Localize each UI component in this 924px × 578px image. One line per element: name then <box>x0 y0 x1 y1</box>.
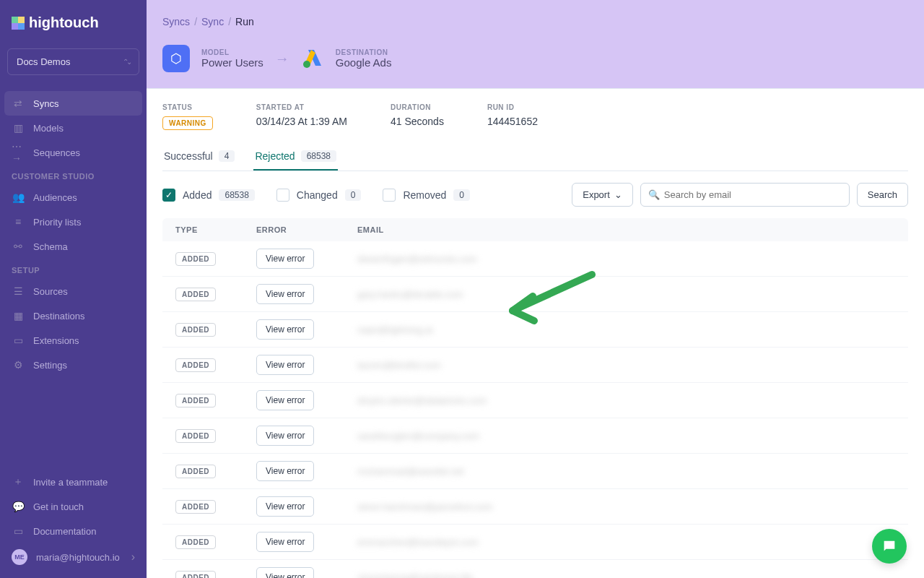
extensions-icon: ▭ <box>12 334 25 347</box>
search-icon: 🔍 <box>648 189 660 200</box>
filter-removed[interactable]: Removed 0 <box>383 189 470 202</box>
search-wrap: 🔍 <box>640 183 850 207</box>
view-error-button[interactable]: View error <box>256 249 314 269</box>
get-in-touch[interactable]: 💬 Get in touch <box>0 494 147 519</box>
user-plus-icon: ＋ <box>12 475 25 488</box>
table-row[interactable]: ADDEDView errornaan@lightning.ai <box>162 312 908 348</box>
main: Syncs / Sync / Run ⬡ MODEL Power Users →… <box>147 0 924 578</box>
view-error-button[interactable]: View error <box>256 461 314 481</box>
model-icon: ⬡ <box>162 45 190 72</box>
workspace-selector[interactable]: Docs Demos ⌃⌄ <box>7 48 139 75</box>
priority-lists-icon: ≡ <box>12 215 25 228</box>
nav-primary: ⇄ Syncs ▥ Models ⋯→ Sequences <box>0 85 147 165</box>
footer-label: Documentation <box>33 526 96 537</box>
type-chip: ADDED <box>175 465 216 478</box>
view-error-button[interactable]: View error <box>256 355 314 375</box>
table-row[interactable]: ADDEDView errorgary.hanks@iterable.com <box>162 277 908 312</box>
checkbox-icon <box>383 189 396 202</box>
view-error-button[interactable]: View error <box>256 319 314 340</box>
breadcrumb-syncs[interactable]: Syncs <box>162 16 190 27</box>
filter-label: Added <box>183 189 212 201</box>
sidebar-item-destinations[interactable]: ▦ Destinations <box>0 303 147 328</box>
nav-label: Audiences <box>33 192 77 203</box>
nav-header-setup: SETUP <box>0 259 147 279</box>
table-row[interactable]: ADDEDView errormuhammad@wavelet.net <box>162 454 908 489</box>
filter-count: 68538 <box>219 189 254 201</box>
sidebar: hightouch Docs Demos ⌃⌄ ⇄ Syncs ▥ Models… <box>0 0 147 578</box>
table-row[interactable]: ADDEDView errorvincentwong@rainforest.li… <box>162 560 908 578</box>
view-error-button[interactable]: View error <box>256 532 314 552</box>
chat-fab[interactable] <box>872 529 907 564</box>
sidebar-item-sources[interactable]: ☰ Sources <box>0 279 147 303</box>
sidebar-item-models[interactable]: ▥ Models <box>0 116 147 140</box>
type-chip: ADDED <box>175 252 216 266</box>
table-row[interactable]: ADDEDView errordmytro.dierke@databricks.… <box>162 383 908 418</box>
tab-label: Rejected <box>255 150 295 162</box>
user-menu[interactable]: ME maria@hightouch.io › <box>0 543 147 571</box>
nav-label: Schema <box>33 241 68 252</box>
view-error-button[interactable]: View error <box>256 567 314 578</box>
search-input[interactable] <box>660 184 842 206</box>
sidebar-item-audiences[interactable]: 👥 Audiences <box>0 185 147 210</box>
status-badge: WARNING <box>162 116 213 130</box>
tab-rejected[interactable]: Rejected 68538 <box>253 143 338 171</box>
header-email: EMAIL <box>357 225 895 234</box>
sidebar-item-priority-lists[interactable]: ≡ Priority lists <box>0 210 147 234</box>
email-cell: sarahburglen@company.com <box>357 431 479 441</box>
view-error-button[interactable]: View error <box>256 390 314 410</box>
filter-label: Removed <box>403 189 446 201</box>
chat-icon: 💬 <box>12 500 25 513</box>
chevron-right-icon: › <box>131 551 135 564</box>
content: STATUS WARNING STARTED AT 03/14/23 At 1:… <box>147 88 924 578</box>
view-error-button[interactable]: View error <box>256 496 314 517</box>
svg-point-2 <box>303 61 310 68</box>
started-label: STARTED AT <box>256 103 347 111</box>
type-chip: ADDED <box>175 429 216 443</box>
destination-label: DESTINATION <box>336 48 392 56</box>
destination-value: Google Ads <box>336 56 392 69</box>
filter-actions: Export ⌄ 🔍 Search <box>572 183 908 207</box>
sidebar-item-syncs[interactable]: ⇄ Syncs <box>4 91 142 116</box>
invite-teammate[interactable]: ＋ Invite a teammate <box>0 470 147 494</box>
tab-count: 68538 <box>301 150 336 162</box>
sidebar-item-sequences[interactable]: ⋯→ Sequences <box>0 140 147 165</box>
sidebar-item-settings[interactable]: ⚙ Settings <box>0 353 147 377</box>
tabs: Successful 4 Rejected 68538 <box>162 143 908 171</box>
email-cell: muhammad@wavelet.net <box>357 466 464 477</box>
tab-count: 4 <box>219 150 235 162</box>
sync-summary: ⬡ MODEL Power Users → DESTINATION Google… <box>162 45 908 88</box>
email-cell: steve.harshman@parsefoni.com <box>357 501 492 512</box>
breadcrumb-sync[interactable]: Sync <box>201 16 224 27</box>
filter-changed[interactable]: Changed 0 <box>276 189 362 202</box>
duration-value: 41 Seconds <box>391 116 444 127</box>
table-row[interactable]: ADDEDView erroremmarohen@loandepot.com <box>162 525 908 560</box>
type-chip: ADDED <box>175 535 216 549</box>
filter-added[interactable]: ✓ Added 68538 <box>162 189 255 202</box>
header-type: TYPE <box>175 225 256 234</box>
search-button[interactable]: Search <box>857 183 908 207</box>
meta-status: STATUS WARNING <box>162 103 213 130</box>
table-header: TYPE ERROR EMAIL <box>162 218 908 241</box>
export-button[interactable]: Export ⌄ <box>572 183 633 207</box>
nav-header-customer-studio: CUSTOMER STUDIO <box>0 165 147 185</box>
sidebar-item-schema[interactable]: ⚯ Schema <box>0 234 147 259</box>
documentation-link[interactable]: ▭ Documentation <box>0 519 147 543</box>
view-error-button[interactable]: View error <box>256 284 314 304</box>
table-row[interactable]: ADDEDView errordewertfsgen@edmunds.com <box>162 241 908 277</box>
tab-successful[interactable]: Successful 4 <box>162 143 236 171</box>
checkbox-icon <box>276 189 289 202</box>
brand-name: hightouch <box>29 14 99 31</box>
type-chip: ADDED <box>175 288 216 301</box>
sidebar-item-extensions[interactable]: ▭ Extensions <box>0 328 147 353</box>
table-row[interactable]: ADDEDView errorsarahburglen@company.com <box>162 418 908 454</box>
workspace-name: Docs Demos <box>17 56 70 67</box>
table-row[interactable]: ADDEDView errorsteve.harshman@parsefoni.… <box>162 489 908 525</box>
user-email: maria@hightouch.io <box>36 552 120 563</box>
filter-count: 0 <box>453 189 470 201</box>
table-row[interactable]: ADDEDView errorlauren@bindful.com <box>162 348 908 383</box>
sidebar-footer: ＋ Invite a teammate 💬 Get in touch ▭ Doc… <box>0 470 147 578</box>
email-cell: dewertfsgen@edmunds.com <box>357 254 477 264</box>
filter-count: 0 <box>345 189 362 201</box>
syncs-icon: ⇄ <box>12 97 25 110</box>
view-error-button[interactable]: View error <box>256 426 314 446</box>
